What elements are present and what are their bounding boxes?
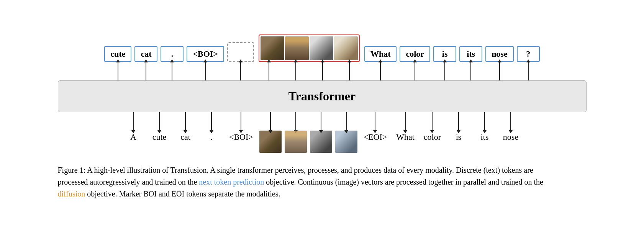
arrow-bot-cat-down: [185, 112, 186, 131]
arrow-boi-up: [205, 62, 206, 80]
main-container: cute cat . <BOI>: [35, 23, 610, 211]
col-bot-color: color: [421, 112, 444, 144]
col-placeholder: [227, 42, 254, 80]
bot-cat-img-1: [259, 131, 282, 153]
col-bot-dot: .: [200, 112, 223, 144]
col-q: ?: [517, 46, 540, 80]
col-dot: .: [161, 46, 184, 80]
diagram: cute cat . <BOI>: [58, 34, 587, 153]
col-its: its: [459, 46, 482, 80]
arrow-cat-up: [146, 62, 146, 80]
top-cat-img-2: [285, 36, 309, 60]
col-bot-what: What: [393, 112, 418, 144]
arrow-img2-up: [295, 62, 296, 80]
arrow-bot-its-down: [484, 112, 485, 131]
caption-middle: objective. Continuous (image) vectors ar…: [264, 178, 543, 186]
top-cat-img-1: [261, 36, 284, 60]
arrow-bot-eoi-down: [375, 112, 375, 131]
col-cat: cat: [134, 46, 157, 80]
arrow-color-up: [415, 62, 415, 80]
arrow-bot-is-down: [458, 112, 459, 131]
col-bot-a: A: [122, 112, 145, 144]
arrow-bot-img4-down: [346, 112, 347, 131]
arrow-bot-what-down: [405, 112, 406, 131]
col-bot-eoi: <EOI>: [361, 112, 390, 144]
arrow-bot-boi-down: [241, 112, 241, 131]
col-boi: <BOI>: [187, 46, 224, 80]
col-bot-cute: cute: [148, 112, 171, 144]
arrow-bot-color-down: [432, 112, 433, 131]
bottom-tokens-row: A cute cat . <BOI>: [58, 112, 587, 153]
bot-cat-img-4: [335, 131, 357, 153]
arrow-is-up: [444, 62, 445, 80]
top-tokens-row: cute cat . <BOI>: [58, 34, 587, 80]
col-bot-images: [259, 112, 357, 153]
arrow-bot-dot-down: [211, 112, 212, 131]
arrow-q-up: [528, 62, 529, 80]
caption-link2: diffusion: [58, 190, 85, 198]
arrow-bot-img3-down: [321, 112, 321, 131]
col-color: color: [400, 46, 430, 80]
arrow-bot-img1-down: [270, 112, 271, 131]
col-is: is: [433, 46, 456, 80]
arrow-what-up: [380, 62, 381, 80]
arrow-img1-up: [269, 62, 269, 80]
col-bot-nose: nose: [499, 112, 522, 144]
caption-link1: next token prediction: [199, 178, 264, 186]
top-cat-img-3: [310, 36, 333, 60]
col-bot-cat: cat: [174, 112, 197, 144]
arrow-img4-up: [349, 62, 350, 80]
bot-cat-img-2: [285, 131, 307, 153]
col-bot-its: its: [473, 112, 496, 144]
arrow-its-up: [470, 62, 471, 80]
col-cute: cute: [104, 46, 131, 80]
image-group-top: [259, 34, 360, 62]
arrow-bot-cute-down: [159, 112, 160, 131]
caption-suffix: objective. Marker BOI and EOI tokens sep…: [85, 190, 280, 198]
bot-cat-img-3: [310, 131, 332, 153]
arrow-dot-up: [172, 62, 172, 80]
col-bot-boi: <BOI>: [226, 112, 256, 144]
arrow-img3-up: [322, 62, 323, 80]
transformer-box: Transformer: [58, 80, 587, 112]
col-bot-is: is: [447, 112, 470, 144]
arrow-bot-nose-down: [510, 112, 511, 131]
arrow-a-down: [133, 112, 134, 131]
col-images-top: [257, 34, 361, 80]
arrow-bot-img2-down: [295, 112, 296, 131]
col-what: What: [364, 46, 397, 80]
arrow-placeholder-up: [240, 62, 241, 80]
arrow-cute-up: [118, 62, 118, 80]
figure-caption: Figure 1: A high-level illustration of T…: [58, 164, 556, 200]
top-cat-img-4: [334, 36, 358, 60]
arrow-nose-up: [499, 62, 500, 80]
col-nose: nose: [485, 46, 514, 80]
